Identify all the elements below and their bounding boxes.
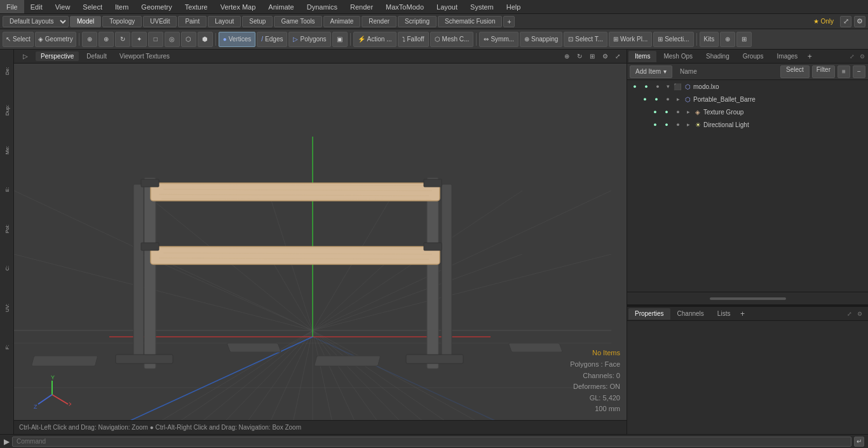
vertices-button[interactable]: ● Vertices (219, 32, 256, 47)
vp-center-icon[interactable]: ⊕ (562, 51, 572, 62)
sidebar-item-c[interactable]: C: (1, 249, 13, 287)
vis-icon-root[interactable]: ● (630, 81, 640, 92)
tab-groups[interactable]: Groups (736, 51, 770, 62)
vis-icon-portable[interactable]: ● (640, 94, 650, 104)
snapping-button[interactable]: ⊕ Snapping (520, 32, 562, 47)
sidebar-item-pol[interactable]: Pol: (1, 210, 13, 248)
tab-uvedit[interactable]: UVEdit (143, 16, 177, 27)
sidebar-item-de[interactable]: De: (1, 52, 13, 90)
menu-animate[interactable]: Animate (262, 0, 300, 13)
vis2-icon-portable[interactable]: ● (651, 94, 661, 104)
items-select-button[interactable]: Select (780, 65, 810, 78)
menu-file[interactable]: File (0, 0, 24, 13)
tab-shading[interactable]: Shading (700, 51, 736, 62)
panel-settings-icon[interactable]: ⚙ (858, 52, 867, 61)
vp-rotate-icon[interactable]: ↻ (574, 51, 585, 62)
tool-btn-6[interactable]: ◎ (165, 32, 180, 47)
tool-btn-7[interactable]: ⬡ (181, 32, 196, 47)
scrollbar-thumb[interactable] (710, 297, 786, 300)
vr-button[interactable]: ⊕ (720, 32, 735, 47)
select-mode-button[interactable]: ↖ Select (3, 32, 34, 47)
tab-lists[interactable]: Lists (711, 308, 737, 320)
add-layout-tab-button[interactable]: + (503, 16, 515, 27)
menu-dynamics[interactable]: Dynamics (301, 0, 344, 13)
sidebar-item-me[interactable]: Me: (1, 131, 13, 169)
expand-texgrp[interactable]: ▸ (684, 109, 692, 115)
tab-render[interactable]: Render (362, 16, 397, 27)
tab-images[interactable]: Images (771, 51, 804, 62)
menu-layout[interactable]: Layout (430, 0, 464, 13)
tab-animate[interactable]: Animate (323, 16, 361, 27)
tab-setup[interactable]: Setup (242, 16, 273, 27)
menu-help[interactable]: Help (500, 0, 527, 13)
sidebar-item-dup[interactable]: Dup: (1, 92, 13, 130)
menu-geometry[interactable]: Geometry (135, 0, 178, 13)
vp-settings-icon[interactable]: ⚙ (600, 51, 610, 62)
tool-btn-1[interactable]: ⊕ (82, 32, 97, 47)
tab-items[interactable]: Items (628, 51, 656, 62)
expand-dirlight[interactable]: ▸ (684, 121, 692, 128)
symmetry-button[interactable]: ⇔ Symm... (479, 32, 519, 47)
menu-render[interactable]: Render (344, 0, 379, 13)
selection-button[interactable]: ⊞ Selecti... (653, 32, 693, 47)
tool-btn-8[interactable]: ⬢ (198, 32, 213, 47)
tab-topology[interactable]: Topology (102, 16, 142, 27)
props-settings-icon[interactable]: ⚙ (855, 309, 864, 318)
tab-scripting[interactable]: Scripting (398, 16, 437, 27)
item-row-texgrp[interactable]: ● ● ● ▸ ◈ Texture Group (627, 105, 868, 118)
vp-perspective-tab[interactable]: Perspective (36, 51, 79, 61)
item-row-portable[interactable]: ● ● ● ▸ ⬡ Portable_Ballet_Barre (627, 93, 868, 105)
tab-layout[interactable]: Layout (208, 16, 241, 27)
mesh-type-btn[interactable]: ▣ (332, 32, 348, 47)
vp-maximize-icon[interactable]: ⤢ (613, 51, 623, 62)
add-item-button[interactable]: Add Item ▾ (630, 65, 672, 78)
geometry-button[interactable]: ◈ Geometry (35, 32, 76, 47)
tab-channels[interactable]: Channels (671, 308, 710, 320)
edges-button[interactable]: / Edges (257, 32, 287, 47)
tool-btn-5[interactable]: □ (148, 32, 163, 47)
menu-maxtomodo[interactable]: MaxToModo (379, 0, 430, 13)
kits-button[interactable]: Kits (700, 32, 719, 47)
tool-btn-2[interactable]: ⊕ (98, 32, 114, 47)
item-row-root[interactable]: ● ● ● ▾ ⬛ ⬡ modo.lxo (627, 80, 868, 93)
items-filter-button[interactable]: Filter (812, 65, 835, 78)
command-input[interactable] (12, 437, 851, 447)
vp-zoom-icon[interactable]: ⊞ (587, 51, 597, 62)
add-panel-tab-button[interactable]: + (804, 51, 815, 62)
menu-view[interactable]: View (49, 0, 77, 13)
settings-btn[interactable]: ⊞ (736, 32, 752, 47)
menu-item[interactable]: Item (109, 0, 135, 13)
menu-texture[interactable]: Texture (179, 0, 214, 13)
command-exec-button[interactable]: ↵ (854, 437, 864, 447)
tab-model[interactable]: Model (70, 16, 101, 27)
maximize-button[interactable]: ⤢ (840, 16, 851, 27)
sidebar-item-uv[interactable]: UV: (1, 288, 13, 327)
expand-root[interactable]: ▾ (664, 83, 672, 90)
tab-properties[interactable]: Properties (628, 308, 670, 320)
menu-edit[interactable]: Edit (24, 0, 49, 13)
items-collapse-button[interactable]: − (853, 65, 865, 78)
vp-expand-btn[interactable]: ▷ (18, 51, 33, 61)
default-layouts-select[interactable]: Default Layouts (3, 16, 69, 27)
items-menu-button[interactable]: ≡ (837, 65, 850, 78)
vis3-icon-dirlight[interactable]: ● (673, 119, 683, 130)
vp-default-tab[interactable]: Default (81, 51, 112, 61)
settings-button[interactable]: ⚙ (854, 16, 865, 27)
falloff-button[interactable]: ⤵ Falloff (398, 32, 429, 47)
tool-btn-3[interactable]: ↻ (115, 32, 130, 47)
action-button[interactable]: ⚡ Action ... (353, 32, 397, 47)
sidebar-item-f[interactable]: F: (1, 328, 13, 366)
vis-icon-texgrp[interactable]: ● (650, 107, 660, 117)
vis-icon-dirlight[interactable]: ● (650, 119, 660, 130)
vis3-icon-texgrp[interactable]: ● (673, 107, 683, 117)
vp-textures-tab[interactable]: Viewport Textures (114, 51, 175, 61)
tool-btn-4[interactable]: ✦ (132, 32, 147, 47)
items-scrollbar[interactable] (627, 292, 868, 304)
scene-canvas[interactable]: No Items Polygons : Face Channels: 0 Def… (14, 64, 627, 434)
menu-system[interactable]: System (464, 0, 500, 13)
tab-gametools[interactable]: Game Tools (274, 16, 322, 27)
expand-portable[interactable]: ▸ (674, 96, 682, 102)
vis2-icon-root[interactable]: ● (641, 81, 651, 92)
menu-vertexmap[interactable]: Vertex Map (214, 0, 262, 13)
tab-meshops[interactable]: Mesh Ops (657, 51, 699, 62)
